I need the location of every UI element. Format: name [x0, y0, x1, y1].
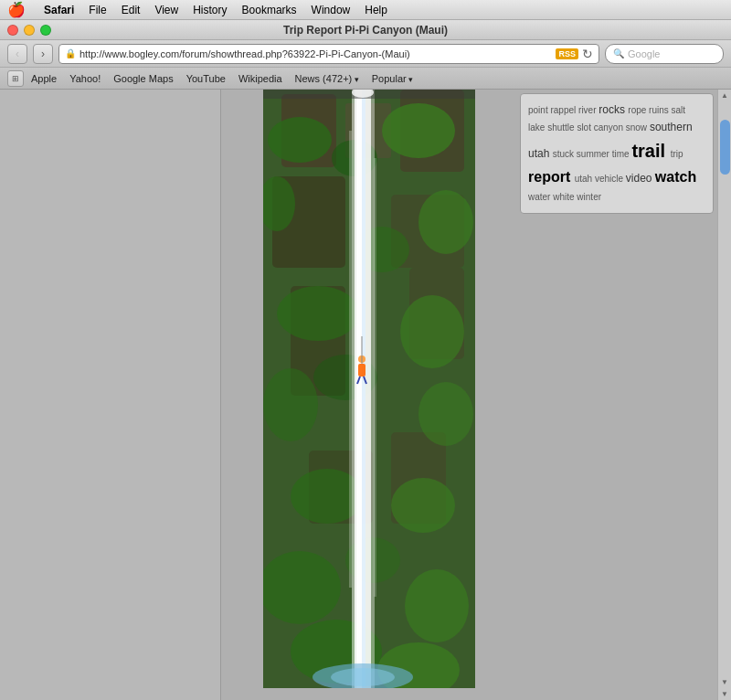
- svg-rect-31: [362, 90, 366, 688]
- tag-point[interactable]: point: [528, 105, 550, 115]
- bookmark-googlemaps[interactable]: Google Maps: [108, 71, 178, 86]
- back-button[interactable]: ‹: [7, 44, 27, 64]
- address-bar[interactable]: 🔒 http://www.bogley.com/forum/showthread…: [58, 44, 599, 64]
- tag-trail[interactable]: trail: [631, 141, 670, 161]
- content-area: point rappel river rocks rope ruins salt…: [0, 90, 731, 700]
- bookmarks-bar: ⊞ Apple Yahoo! Google Maps YouTube Wikip…: [0, 68, 731, 90]
- scroll-down-arrow[interactable]: ▼: [719, 676, 730, 688]
- svg-point-16: [400, 295, 464, 368]
- svg-point-42: [331, 668, 395, 686]
- forward-button[interactable]: ›: [33, 44, 53, 64]
- svg-point-15: [277, 286, 359, 341]
- svg-point-22: [405, 569, 469, 642]
- svg-rect-35: [374, 158, 376, 597]
- tag-canyon[interactable]: canyon: [594, 122, 626, 133]
- tag-video[interactable]: video: [626, 172, 655, 185]
- url-text: http://www.bogley.com/forum/showthread.p…: [79, 48, 552, 59]
- vertical-scrollbar[interactable]: ▲ ▼ ▼: [717, 90, 731, 700]
- apple-menu[interactable]: 🍎: [7, 1, 26, 18]
- tag-water[interactable]: water: [528, 192, 553, 202]
- search-placeholder: Google: [628, 48, 660, 59]
- menubar-help[interactable]: Help: [365, 4, 387, 16]
- tag-rappel[interactable]: rappel: [550, 105, 578, 115]
- lock-icon: 🔒: [65, 48, 76, 58]
- bookmark-wikipedia[interactable]: Wikipedia: [233, 71, 288, 86]
- menubar-bookmarks[interactable]: Bookmarks: [242, 4, 297, 16]
- svg-point-11: [268, 117, 332, 163]
- maximize-button[interactable]: [40, 25, 51, 36]
- tag-utah2[interactable]: utah: [575, 174, 595, 184]
- titlebar: Trip Report Pi-Pi Canyon (Maui): [0, 20, 731, 40]
- scroll-up-arrow[interactable]: ▲: [719, 90, 730, 101]
- bookmark-yahoo[interactable]: Yahoo!: [64, 71, 106, 86]
- tag-time[interactable]: time: [612, 149, 632, 159]
- scroll-bottom-arrow[interactable]: ▼: [719, 688, 730, 700]
- tag-rocks[interactable]: rocks: [599, 103, 628, 116]
- tag-ruins[interactable]: ruins: [649, 105, 671, 115]
- tag-watch[interactable]: watch: [655, 169, 696, 185]
- tag-snow[interactable]: snow: [626, 122, 650, 133]
- menubar-window[interactable]: Window: [312, 4, 351, 16]
- tag-stuck[interactable]: stuck: [553, 149, 577, 159]
- tag-report[interactable]: report: [528, 169, 575, 185]
- tag-southern[interactable]: southern: [650, 121, 693, 133]
- right-panel: point rappel river rocks rope ruins salt…: [516, 90, 717, 700]
- bookmark-apple[interactable]: Apple: [26, 71, 62, 86]
- tag-rope[interactable]: rope: [628, 105, 649, 115]
- waterfall-image: [263, 90, 475, 688]
- svg-rect-30: [356, 90, 362, 688]
- search-icon: 🔍: [613, 48, 624, 58]
- svg-point-20: [391, 478, 455, 533]
- svg-point-17: [263, 368, 318, 441]
- bookmarks-icon[interactable]: ⊞: [7, 70, 24, 87]
- tag-lake[interactable]: lake: [528, 122, 547, 133]
- menubar-safari[interactable]: Safari: [44, 4, 74, 16]
- window-controls: [7, 25, 51, 36]
- left-panel: [0, 90, 221, 700]
- tag-cloud: point rappel river rocks rope ruins salt…: [520, 93, 714, 214]
- refresh-icon[interactable]: ↻: [582, 47, 593, 61]
- menubar-history[interactable]: History: [193, 4, 227, 16]
- svg-point-14: [418, 190, 473, 254]
- svg-rect-32: [352, 90, 355, 688]
- rss-badge[interactable]: RSS: [556, 48, 578, 59]
- menubar-edit[interactable]: Edit: [122, 4, 141, 16]
- window-title: Trip Report Pi-Pi Canyon (Maui): [283, 24, 448, 37]
- tag-vehicle[interactable]: vehicle: [595, 174, 626, 184]
- search-bar[interactable]: 🔍 Google: [605, 44, 724, 64]
- svg-rect-36: [358, 364, 366, 377]
- bookmark-popular[interactable]: Popular: [366, 71, 418, 86]
- scroll-thumb[interactable]: [720, 120, 730, 175]
- menubar: 🍎 Safari File Edit View History Bookmark…: [0, 0, 731, 20]
- toolbar: ‹ › 🔒 http://www.bogley.com/forum/showth…: [0, 40, 731, 68]
- bookmark-news[interactable]: News (472+): [290, 71, 365, 86]
- tag-white[interactable]: white: [553, 192, 577, 202]
- close-button[interactable]: [7, 25, 18, 36]
- tag-slot[interactable]: slot: [577, 122, 593, 133]
- tag-river[interactable]: river: [578, 105, 599, 115]
- minimize-button[interactable]: [24, 25, 35, 36]
- tag-shuttle[interactable]: shuttle: [547, 122, 577, 133]
- tag-salt[interactable]: salt: [672, 105, 686, 115]
- tag-utah[interactable]: utah: [528, 147, 553, 160]
- menubar-view[interactable]: View: [154, 4, 178, 16]
- tag-winter[interactable]: winter: [577, 192, 601, 202]
- svg-point-12: [382, 103, 455, 158]
- bookmark-youtube[interactable]: YouTube: [181, 71, 231, 86]
- svg-point-18: [418, 382, 473, 446]
- tag-summer[interactable]: summer: [577, 149, 612, 159]
- center-panel: [221, 90, 516, 700]
- menubar-file[interactable]: File: [89, 4, 106, 16]
- svg-rect-34: [349, 131, 352, 588]
- tag-trip[interactable]: trip: [671, 149, 683, 159]
